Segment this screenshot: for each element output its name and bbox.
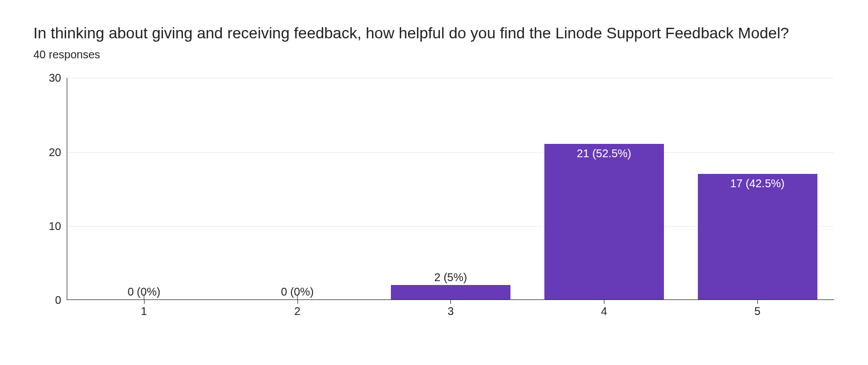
- bar-slot: 0 (0%)2: [221, 78, 374, 299]
- bar-value-label: 21 (52.5%): [577, 147, 631, 160]
- x-tick-mark: [604, 299, 604, 304]
- x-tick-label: 4: [601, 305, 607, 318]
- x-tick-label: 3: [448, 305, 454, 318]
- y-tick-label: 30: [33, 72, 61, 84]
- plot-area: 0 (0%)10 (0%)22 (5%)321 (52.5%)417 (42.5…: [67, 78, 834, 300]
- chart-title: In thinking about giving and receiving f…: [33, 22, 812, 44]
- bar-slot: 21 (52.5%)4: [527, 78, 681, 299]
- bar: 2 (5%): [391, 285, 510, 300]
- y-tick-label: 0: [33, 294, 61, 307]
- bar-value-label: 2 (5%): [434, 271, 467, 285]
- x-tick-mark: [757, 299, 758, 304]
- bar-slot: 0 (0%)1: [67, 78, 221, 299]
- bar-value-label: 0 (0%): [281, 286, 314, 299]
- x-tick-label: 1: [141, 305, 147, 318]
- bars-group: 0 (0%)10 (0%)22 (5%)321 (52.5%)417 (42.5…: [67, 78, 834, 299]
- chart-container: 0102030 0 (0%)10 (0%)22 (5%)321 (52.5%)4…: [33, 78, 834, 322]
- bar-value-label: 17 (42.5%): [730, 177, 785, 190]
- bar: 21 (52.5%): [544, 144, 664, 299]
- response-count: 40 responses: [33, 48, 835, 61]
- x-tick-label: 5: [755, 305, 761, 318]
- y-tick-label: 20: [33, 146, 61, 158]
- y-tick-label: 10: [33, 219, 61, 232]
- bar-slot: 17 (42.5%)5: [681, 78, 834, 299]
- bar-value-label: 0 (0%): [127, 286, 160, 299]
- bar: 17 (42.5%): [698, 174, 817, 300]
- x-tick-mark: [450, 299, 451, 304]
- bar-slot: 2 (5%)3: [374, 78, 528, 299]
- x-tick-mark: [144, 299, 145, 304]
- x-tick-mark: [297, 299, 298, 304]
- x-tick-label: 2: [294, 305, 300, 318]
